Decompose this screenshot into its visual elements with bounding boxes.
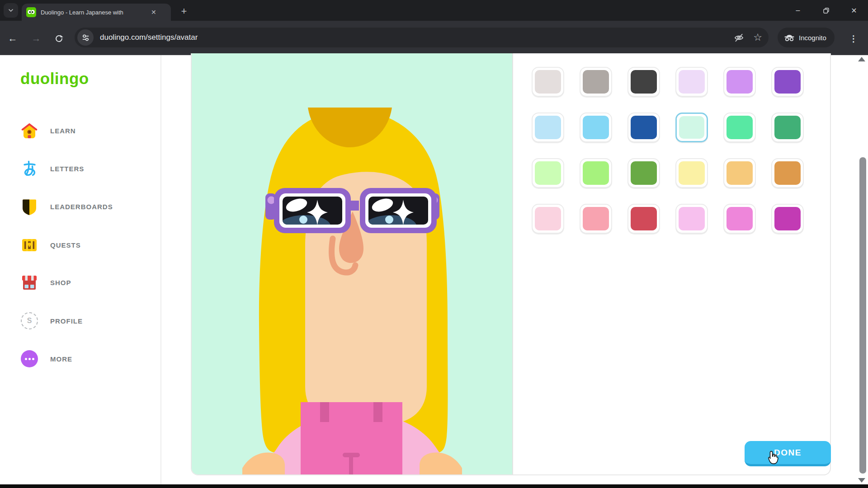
color-swatch[interactable] xyxy=(580,158,612,188)
sidebar-item-more[interactable]: MORE xyxy=(11,345,151,372)
incognito-label: Incognito xyxy=(799,34,826,42)
sidebar-item-shop[interactable]: SHOP xyxy=(11,269,151,296)
tab-search-button[interactable] xyxy=(4,3,18,18)
color-swatch[interactable] xyxy=(627,204,660,234)
eye-off-icon xyxy=(734,33,744,43)
color-swatch[interactable] xyxy=(723,158,756,188)
bookmark-star-button[interactable]: ☆ xyxy=(750,29,766,46)
page-content: duolingo LEARN xyxy=(0,55,868,484)
color-swatch[interactable] xyxy=(771,113,804,142)
avatar-card xyxy=(191,53,831,475)
shield-icon xyxy=(20,197,38,216)
color-swatch[interactable] xyxy=(580,113,612,142)
url-text[interactable]: duolingo.com/settings/avatar xyxy=(100,33,731,42)
color-swatch[interactable] xyxy=(675,67,708,97)
scrollbar-thumb[interactable] xyxy=(859,157,866,474)
color-swatch[interactable] xyxy=(532,158,564,188)
new-tab-button[interactable]: + xyxy=(177,5,191,18)
browser-tab[interactable]: Duolingo - Learn Japanese with ✕ xyxy=(22,4,171,21)
color-swatch[interactable] xyxy=(627,113,660,142)
home-icon xyxy=(20,122,38,140)
window-controls: – ✕ xyxy=(784,0,868,21)
minimize-button[interactable]: – xyxy=(784,1,812,19)
color-swatch[interactable] xyxy=(675,113,708,142)
sidebar-item-leaderboards[interactable]: LEADERBOARDS xyxy=(11,193,151,220)
scrollbar-down-arrow[interactable] xyxy=(858,478,865,483)
site-settings-button[interactable] xyxy=(77,29,94,46)
reload-button[interactable] xyxy=(51,31,66,46)
sidebar-item-label: PROFILE xyxy=(50,317,83,325)
incognito-badge[interactable]: Incognito xyxy=(778,28,835,47)
tab-strip: Duolingo - Learn Japanese with ✕ + – ✕ xyxy=(0,0,868,21)
color-swatch[interactable] xyxy=(532,67,564,97)
sidebar-item-label: SHOP xyxy=(50,279,71,286)
back-button[interactable]: ← xyxy=(5,31,20,46)
incognito-icon xyxy=(784,33,795,42)
sidebar-item-label: LEARN xyxy=(50,127,76,135)
address-bar[interactable]: duolingo.com/settings/avatar ☆ xyxy=(75,28,769,47)
sidebar-item-profile[interactable]: S PROFILE xyxy=(11,307,151,334)
reload-icon xyxy=(55,34,63,43)
avatar-illustration xyxy=(192,108,512,474)
window-bottom-edge xyxy=(0,484,868,488)
profile-initial-icon: S xyxy=(20,312,38,330)
avatar-preview xyxy=(192,53,513,474)
sidebar-item-label: QUESTS xyxy=(50,241,81,249)
sidebar-item-quests[interactable]: QUESTS xyxy=(11,231,151,258)
hand-cursor-icon xyxy=(765,451,779,466)
sidebar: duolingo LEARN xyxy=(0,55,161,484)
color-swatch[interactable] xyxy=(675,204,708,234)
duolingo-logo[interactable]: duolingo xyxy=(20,70,89,88)
color-swatch[interactable] xyxy=(580,67,612,97)
treasure-chest-icon xyxy=(20,236,38,254)
browser-window: Duolingo - Learn Japanese with ✕ + – ✕ ←… xyxy=(0,0,868,488)
color-swatch[interactable] xyxy=(771,204,804,234)
color-swatch[interactable] xyxy=(627,158,660,188)
sidebar-item-learn[interactable]: LEARN xyxy=(11,117,151,144)
color-swatch[interactable] xyxy=(771,67,804,97)
tab-title: Duolingo - Learn Japanese with xyxy=(41,9,148,16)
forward-button[interactable]: → xyxy=(28,31,44,46)
color-swatch[interactable] xyxy=(675,158,708,188)
hiragana-a-icon xyxy=(20,160,38,178)
storefront-icon xyxy=(20,273,38,291)
tab-close-button[interactable]: ✕ xyxy=(151,9,156,16)
sidebar-item-label: LETTERS xyxy=(50,165,84,173)
color-swatch[interactable] xyxy=(771,158,804,188)
more-dots-icon xyxy=(20,350,38,368)
color-swatch[interactable] xyxy=(723,204,756,234)
restore-button[interactable] xyxy=(812,1,840,19)
restore-icon xyxy=(823,8,829,14)
color-swatch[interactable] xyxy=(723,113,756,142)
sidebar-item-letters[interactable]: LETTERS xyxy=(11,155,151,182)
chevron-down-icon xyxy=(7,7,14,14)
duolingo-favicon-icon xyxy=(26,7,36,17)
color-swatch-grid xyxy=(532,67,830,234)
sidebar-item-label: LEADERBOARDS xyxy=(50,203,113,211)
tune-icon xyxy=(81,33,90,42)
eye-off-button[interactable] xyxy=(731,29,747,46)
scrollbar-up-arrow[interactable] xyxy=(858,57,865,61)
close-window-button[interactable]: ✕ xyxy=(840,1,868,19)
color-picker-panel xyxy=(513,53,830,474)
browser-menu-button[interactable]: ⋮ xyxy=(846,31,861,46)
color-swatch[interactable] xyxy=(723,67,756,97)
browser-toolbar: ← → duolingo.com/settings/avatar xyxy=(0,21,868,55)
done-button[interactable]: DONE xyxy=(745,441,831,466)
sidebar-item-label: MORE xyxy=(50,355,72,363)
color-swatch[interactable] xyxy=(532,204,564,234)
color-swatch[interactable] xyxy=(580,204,612,234)
color-swatch[interactable] xyxy=(627,67,660,97)
color-swatch[interactable] xyxy=(532,113,564,142)
